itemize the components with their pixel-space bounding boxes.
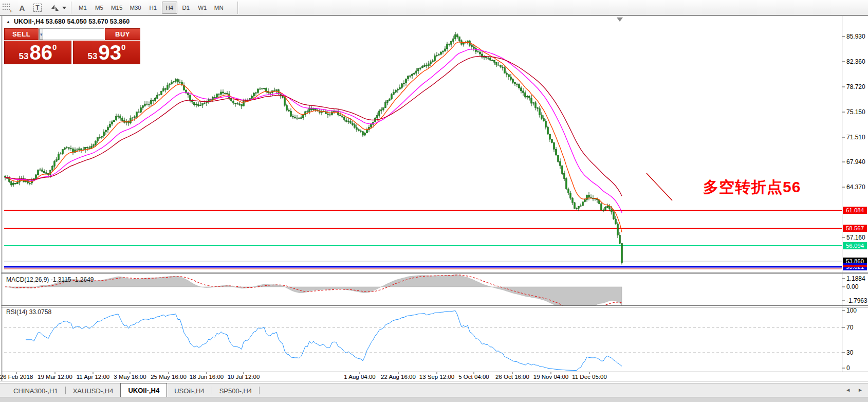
buy-price-sup: 0 <box>121 44 125 51</box>
label-tool-label: T <box>33 4 41 12</box>
axis-tick-label: 5 Oct 04:00 <box>458 374 489 380</box>
axis-tick-label: 67.940 <box>846 158 865 166</box>
chart-tab-bar: CHINA300-,H1XAUUSD-,H4UKOil-,H4USOil-,H4… <box>0 383 868 397</box>
timeframe-button-m1[interactable]: M1 <box>75 2 90 14</box>
annotation-layer <box>647 173 672 200</box>
ma-medium-line <box>5 49 622 213</box>
axis-tick-label: 82.360 <box>846 58 865 65</box>
axis-tick-label: 30 <box>846 349 854 356</box>
axis-labels: 85.93082.36078.72075.15071.51067.94064.3… <box>0 33 867 380</box>
axis-tick-label: 64.370 <box>846 184 865 191</box>
sell-price-digits: 86 <box>30 43 53 62</box>
axis-tick-label: 0 <box>846 364 850 372</box>
toolbar-grip-icon[interactable]: F <box>2 2 14 13</box>
chart-tab-ukoilh4[interactable]: UKOil-,H4 <box>120 383 167 397</box>
tab-scroll-right-icon[interactable]: ► <box>858 387 863 393</box>
axis-tick-label: 3 May 16:00 <box>114 374 146 380</box>
axis-tick-label: 13 Sep 12:00 <box>419 374 454 380</box>
one-click-trading-panel: SELL ▾ ▴ BUY 53 86 0 53 93 0 <box>4 28 140 64</box>
buy-price-digits: 93 <box>99 43 122 62</box>
chart-title-text: UKOil-,H4 53.680 54.050 53.670 53.860 <box>14 18 130 25</box>
mt4-window: 85.93082.36078.72075.15071.51067.94064.3… <box>0 0 868 402</box>
price-tag-58.567: 58.567 <box>843 225 867 232</box>
top-toolbar: F A T M1M5M15M30H1H4D1W1MN <box>0 0 868 15</box>
svg-text:F: F <box>10 9 13 13</box>
price-tag-61.084: 61.084 <box>843 207 867 214</box>
chart-annotation-text[interactable]: 多空转折点56 <box>703 177 801 198</box>
axis-tick-label: 26 Feb 2018 <box>0 374 33 380</box>
price-tag-56.094: 56.094 <box>843 242 867 249</box>
moving-averages-layer <box>5 42 622 232</box>
axis-tick-label: 85.930 <box>846 33 865 40</box>
status-bar <box>0 397 868 402</box>
axis-tick-label: 11 Apr 12:00 <box>77 374 109 380</box>
rsi-indicator-title: RSI(14) 33.0758 <box>6 308 51 316</box>
axis-tick-label: 78.720 <box>846 83 865 90</box>
axis-tick-label: 100 <box>846 307 857 314</box>
axis-tick-label: 25 May 16:00 <box>151 374 187 380</box>
toolbar-separator <box>71 2 71 14</box>
buy-button[interactable]: BUY <box>105 28 140 40</box>
chart-tab-sp500h4[interactable]: SP500-,H4 <box>212 385 260 397</box>
tab-scroll-arrows: ◄ ► <box>845 387 863 393</box>
timeframe-button-w1[interactable]: W1 <box>195 2 210 14</box>
timeframe-button-d1[interactable]: D1 <box>178 2 194 14</box>
chart-tab-china300h1[interactable]: CHINA300-,H1 <box>6 385 65 397</box>
rsi-line <box>26 310 622 370</box>
axis-tick-label: 18 Jun 16:00 <box>190 374 224 380</box>
axis-tick-label: 70 <box>846 324 854 331</box>
timeframe-button-m15[interactable]: M15 <box>108 2 125 14</box>
axis-tick-label: 19 Nov 04:00 <box>533 374 568 380</box>
candles-layer <box>5 32 623 265</box>
volume-stepper: ▾ ▴ <box>39 28 104 40</box>
axis-tick-label: 1.1884 <box>846 275 865 282</box>
timeframe-toolbar: M1M5M15M30H1H4D1W1MN <box>75 2 227 14</box>
rsi-layer <box>4 310 842 370</box>
buy-price-box[interactable]: 53 93 0 <box>73 41 140 64</box>
timeframe-button-m30[interactable]: M30 <box>126 2 144 14</box>
axis-tick-label: 11 Dec 05:00 <box>572 374 607 380</box>
axis-tick-label: 0.00 <box>846 283 859 290</box>
timeframe-button-h1[interactable]: H1 <box>145 2 161 14</box>
label-tool-button[interactable]: T <box>31 2 44 14</box>
axis-tick-label: 19 Mar 12:00 <box>38 374 72 380</box>
sell-price-sup: 0 <box>52 44 57 51</box>
arrows-tool-button[interactable] <box>47 2 68 14</box>
timeframe-button-mn[interactable]: MN <box>211 2 227 14</box>
axis-tick-label: 1 Aug 04:00 <box>344 374 375 380</box>
buy-price-prefix: 53 <box>88 51 98 62</box>
tab-separator <box>259 387 260 394</box>
chart-title: ▲ UKOil-,H4 53.680 54.050 53.670 53.860 <box>6 18 130 25</box>
chart-tab-xauusdh4[interactable]: XAUUSD-,H4 <box>66 385 121 397</box>
sell-button[interactable]: SELL <box>4 28 39 40</box>
axis-tick-label: 75.150 <box>846 108 865 116</box>
timeframe-button-m5[interactable]: M5 <box>91 2 107 14</box>
scroll-position-icon <box>617 17 623 22</box>
timeframe-button-h4[interactable]: H4 <box>162 2 177 14</box>
expand-arrow-icon[interactable]: ▲ <box>6 20 10 24</box>
axis-tick-label: 57.160 <box>846 234 865 241</box>
toolbar-separator <box>237 2 238 14</box>
axis-tick-label: 10 Jul 12:00 <box>228 374 260 380</box>
ma-fast-line <box>5 42 622 232</box>
text-tool-button[interactable]: A <box>15 2 29 14</box>
sell-price-prefix: 53 <box>19 51 29 62</box>
chart-tab-usoilh4[interactable]: USOil-,H4 <box>167 385 212 397</box>
axis-tick-label: 71.510 <box>846 134 865 141</box>
level-lines <box>4 210 842 269</box>
axis-tick-label: 22 Aug 16:00 <box>381 374 416 380</box>
sell-price-box[interactable]: 53 86 0 <box>4 41 71 64</box>
chart-frame <box>0 16 868 381</box>
axis-tick-label: 26 Oct 16:00 <box>495 374 529 380</box>
price-tag-52.721: 52.721 <box>843 265 867 267</box>
macd-indicator-title: MACD(12,26,9) -1.3115 -1.2649 <box>6 276 94 283</box>
axis-tick-label: -1.7963 <box>846 297 867 304</box>
tab-scroll-left-icon[interactable]: ◄ <box>845 387 851 393</box>
annotation-trendline[interactable] <box>647 173 672 200</box>
text-tool-label: A <box>20 4 25 12</box>
macd-layer <box>5 275 622 315</box>
ma-slow-line <box>5 56 622 196</box>
